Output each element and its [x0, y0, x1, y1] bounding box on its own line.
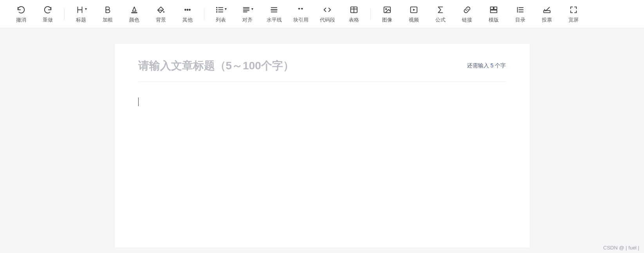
align-button[interactable]: ▾对齐 — [234, 2, 261, 26]
title-row: 还需输入 5 个字 — [138, 60, 506, 82]
heading-button[interactable]: ▾标题 — [68, 2, 94, 26]
formula-button[interactable]: 公式 — [427, 2, 454, 26]
undo-label: 撤消 — [16, 16, 26, 23]
expand-icon — [569, 5, 578, 15]
hr-label: 水平线 — [267, 16, 282, 23]
svg-rect-12 — [494, 7, 497, 9]
color-button[interactable]: 颜色 — [121, 2, 148, 26]
svg-rect-14 — [544, 10, 550, 13]
svg-point-0 — [163, 11, 165, 13]
svg-point-1 — [185, 9, 186, 10]
undo-icon — [17, 5, 25, 15]
vote-icon — [543, 5, 551, 15]
align-icon: ▾ — [242, 5, 253, 15]
bold-icon — [103, 5, 112, 15]
toc-button[interactable]: 目录 — [507, 2, 534, 26]
heading-icon: ▾ — [76, 5, 87, 15]
toolbar-divider — [64, 9, 65, 20]
text-cursor — [138, 98, 139, 106]
undo-button[interactable]: 撤消 — [8, 2, 34, 26]
counter-number: 5 — [491, 62, 494, 69]
svg-rect-11 — [491, 7, 493, 9]
bg-button[interactable]: 背景 — [148, 2, 174, 26]
table-button[interactable]: 表格 — [341, 2, 367, 26]
video-icon — [409, 5, 418, 15]
bg-label: 背景 — [156, 16, 166, 23]
video-button[interactable]: 视频 — [400, 2, 427, 26]
image-button[interactable]: 图像 — [374, 2, 400, 26]
paint-bucket-icon — [157, 5, 165, 15]
toc-label: 目录 — [515, 16, 525, 23]
fullscreen-button[interactable]: 宽屏 — [560, 2, 587, 26]
bold-button[interactable]: 加粗 — [94, 2, 121, 26]
counter-prefix: 还需输入 — [467, 62, 491, 69]
code-label: 代码段 — [320, 16, 335, 23]
image-label: 图像 — [382, 16, 392, 23]
list-icon: ▾ — [215, 5, 227, 15]
list-label: 列表 — [216, 16, 226, 23]
vote-button[interactable]: 投票 — [534, 2, 560, 26]
redo-icon — [43, 5, 52, 15]
link-label: 链接 — [462, 16, 472, 23]
toolbar-divider — [370, 9, 371, 20]
code-button[interactable]: 代码段 — [314, 2, 341, 26]
svg-point-6 — [216, 11, 217, 12]
template-button[interactable]: 模版 — [480, 2, 507, 26]
table-label: 表格 — [349, 16, 359, 23]
redo-label: 重做 — [43, 16, 53, 23]
align-label: 对齐 — [242, 16, 253, 23]
svg-rect-13 — [491, 10, 497, 12]
video-label: 视频 — [409, 16, 419, 23]
bold-label: 加粗 — [103, 16, 113, 23]
quote-icon — [296, 5, 305, 15]
image-icon — [383, 5, 391, 15]
sigma-icon — [436, 5, 445, 15]
template-label: 模版 — [489, 16, 499, 23]
vote-label: 投票 — [542, 16, 552, 23]
svg-point-4 — [216, 7, 217, 8]
link-button[interactable]: 链接 — [454, 2, 480, 26]
svg-point-5 — [216, 9, 217, 10]
counter-suffix: 个字 — [494, 62, 506, 69]
hr-icon — [270, 5, 278, 15]
list-button[interactable]: ▾列表 — [207, 2, 234, 26]
other-label: 其他 — [182, 16, 193, 23]
fullscreen-label: 宽屏 — [568, 16, 579, 23]
svg-point-2 — [187, 9, 188, 10]
toolbar-divider — [204, 9, 204, 20]
template-icon — [489, 5, 498, 15]
font-color-icon — [130, 5, 139, 15]
redo-button[interactable]: 重做 — [34, 2, 61, 26]
toc-icon — [516, 5, 525, 15]
more-icon — [183, 5, 192, 15]
editor-canvas-wrap: 还需输入 5 个字 — [0, 28, 644, 248]
editor-canvas: 还需输入 5 个字 — [115, 44, 530, 248]
hr-button[interactable]: 水平线 — [261, 2, 287, 26]
formula-label: 公式 — [435, 16, 446, 23]
other-button[interactable]: 其他 — [174, 2, 201, 26]
heading-label: 标题 — [76, 16, 86, 23]
quote-label: 块引用 — [293, 16, 308, 23]
code-icon — [323, 5, 332, 15]
link-icon — [463, 5, 471, 15]
table-icon — [350, 5, 358, 15]
article-body-input[interactable] — [138, 98, 506, 176]
color-label: 颜色 — [129, 16, 139, 23]
article-title-input[interactable] — [138, 60, 459, 72]
editor-toolbar: 撤消重做▾标题加粗颜色背景其他▾列表▾对齐水平线块引用代码段表格图像视频公式链接… — [0, 0, 644, 28]
svg-point-3 — [189, 9, 190, 10]
svg-point-9 — [386, 8, 387, 9]
title-char-counter: 还需输入 5 个字 — [467, 62, 506, 69]
quote-button[interactable]: 块引用 — [287, 2, 314, 26]
watermark-text: CSDN @ | fuel | — [603, 245, 639, 251]
